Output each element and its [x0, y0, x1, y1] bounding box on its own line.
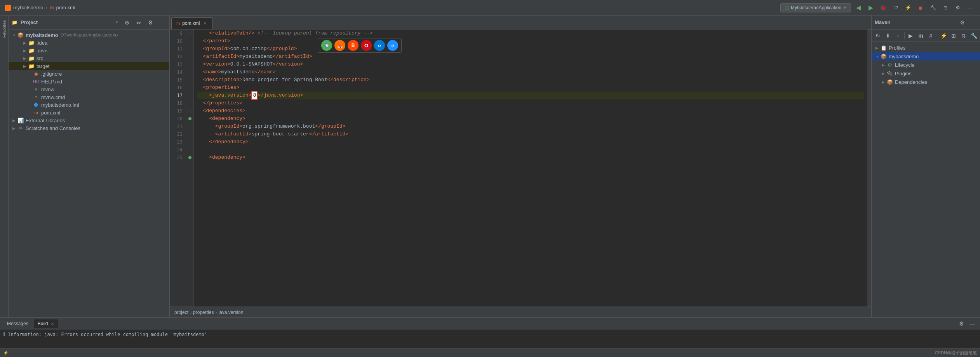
maven-settings-button[interactable]: ⚙ — [957, 18, 967, 27]
root-arrow: ▾ — [12, 33, 16, 37]
tree-item-src[interactable]: ▶ 📁 src — [9, 54, 169, 62]
ln-23: 23 — [170, 138, 186, 146]
gitignore-icon: ◉ — [33, 71, 40, 77]
bottom-tab-messages[interactable]: Messages — [3, 319, 32, 328]
tree-item-idea[interactable]: ▶ 📁 .idea — [9, 39, 169, 47]
firefox-icon[interactable]: 🦊 — [334, 40, 345, 51]
code-line-15: <description>Demo project for Spring Boo… — [197, 76, 864, 84]
maven-close-button[interactable]: — — [968, 18, 977, 27]
ie-icon[interactable]: e — [387, 40, 398, 51]
g-16: ◁ — [186, 84, 193, 92]
tree-item-mvn[interactable]: ▶ 📁 .mvn — [9, 47, 169, 54]
info-icon: ℹ — [3, 331, 5, 337]
maven-dependencies[interactable]: ▶ 📦 Dependencies — [872, 78, 980, 86]
breadcrumb-properties: properties — [193, 310, 214, 315]
maven-wrench-button[interactable]: 🔧 — [969, 31, 978, 40]
code-line-24 — [197, 146, 864, 154]
maven-download-button[interactable]: ⬇ — [883, 31, 893, 40]
tree-root[interactable]: ▾ 📦 mybaitsdemo D:\workspace\mybaitsdemo — [9, 31, 169, 39]
stop-button[interactable]: ◼ — [916, 3, 926, 13]
maven-arrows-button[interactable]: ⇅ — [959, 31, 968, 40]
title-file-icon: m — [50, 5, 54, 10]
edge-icon[interactable]: e — [374, 40, 385, 51]
tree-item-pom[interactable]: m pom.xml — [9, 109, 169, 116]
maven-add-button[interactable]: + — [893, 31, 903, 40]
lifecycle-label: Lifecycle — [895, 62, 915, 68]
app-logo — [5, 5, 11, 11]
pom-file-icon: m — [33, 109, 40, 116]
opera-icon[interactable]: O — [361, 40, 372, 51]
debug-button[interactable]: 🐞 — [878, 3, 888, 13]
tree-item-target[interactable]: ▶ 📁 target — [9, 62, 169, 70]
tree-item-helpmd[interactable]: HD HELP.md — [9, 78, 169, 85]
g-9: ◁ — [186, 29, 193, 37]
chrome-icon[interactable] — [321, 40, 332, 51]
tree-item-mvnwcmd[interactable]: ≡ mvnw.cmd — [9, 93, 169, 101]
tree-item-scratches[interactable]: ▶ ✏ Scratches and Consoles — [9, 124, 169, 132]
tree-item-ext-libs[interactable]: ▶ 📊 External Libraries — [9, 116, 169, 124]
tab-pom-xml[interactable]: m pom.xml ✕ — [171, 17, 213, 29]
profiles-arrow: ▶ — [875, 46, 879, 50]
g-23 — [186, 138, 193, 146]
g-24 — [186, 146, 193, 154]
maven-refresh-button[interactable]: ↻ — [873, 31, 883, 40]
project-settings-button[interactable]: ⚙ — [146, 18, 155, 27]
maven-cols-button[interactable]: ⊞ — [949, 31, 958, 40]
maven-plugins[interactable]: ▶ 🔌 Plugins — [872, 69, 980, 78]
bottom-settings-btn[interactable]: ⚙ — [957, 319, 966, 328]
gutter: ◁ ◁ ◁ — [186, 29, 194, 307]
maven-root-icon: 📦 — [880, 53, 887, 59]
maven-lifecycle[interactable]: ▶ ⚙ Lifecycle — [872, 61, 980, 69]
maven-m-button[interactable]: m — [916, 31, 926, 40]
root-name: mybaitsdemo — [26, 32, 58, 38]
coverage-button[interactable]: 🛡 — [891, 3, 901, 13]
window-layout-button[interactable]: ⊟ — [940, 3, 950, 13]
g-18 — [186, 99, 193, 107]
tree-item-iml[interactable]: 🔷 mybaitsdemo.iml — [9, 101, 169, 109]
src-label: src — [37, 55, 43, 61]
favorites-label[interactable]: Favorites — [2, 20, 7, 38]
plugins-arrow: ▶ — [881, 71, 886, 76]
collapse-all-button[interactable]: ⇔ — [134, 18, 143, 27]
helpmd-icon: HD — [33, 78, 40, 85]
profile-button[interactable]: ⚡ — [903, 3, 913, 13]
g-10 — [186, 37, 193, 45]
project-close-button[interactable]: — — [158, 18, 166, 27]
ln-22: 22 — [170, 130, 186, 138]
brave-icon[interactable]: B — [348, 40, 359, 51]
dependencies-arrow: ▶ — [881, 80, 886, 84]
maven-profiles[interactable]: ▶ 📋 Profiles — [872, 43, 980, 52]
project-tree: ▾ 📦 mybaitsdemo D:\workspace\mybaitsdemo… — [9, 29, 169, 317]
tree-item-gitignore[interactable]: ◉ .gitignore — [9, 70, 169, 78]
bottom-close-btn[interactable]: — — [968, 319, 977, 328]
maven-run-button[interactable]: ▶ — [906, 31, 916, 40]
ln-25: 25 — [170, 154, 186, 161]
bottom-tab-build[interactable]: Build ✕ — [34, 319, 58, 328]
scope-button[interactable]: ⊕ — [123, 18, 131, 27]
editor-scrollbar[interactable] — [867, 29, 871, 307]
settings-button[interactable]: ⚙ — [953, 3, 963, 13]
ln-13: 13 — [170, 61, 186, 68]
code-editor[interactable]: <relativeP​ath/> <!-- lookup parent from… — [194, 29, 867, 307]
src-folder-icon: 📁 — [28, 55, 35, 61]
bottom-tabs: Messages Build ✕ ⚙ — — [0, 318, 980, 329]
maven-hash-button[interactable]: # — [926, 31, 936, 40]
g-11 — [186, 45, 193, 53]
maven-title: Maven — [875, 19, 957, 25]
navigate-back-button[interactable]: ◀ — [853, 3, 863, 13]
tree-item-mvnw[interactable]: ≡ mvnw — [9, 85, 169, 93]
mvn-arrow: ▶ — [23, 49, 27, 53]
breakpoint-dot-25 — [188, 156, 191, 159]
maven-panel: Maven ⚙ — ↻ ⬇ + ▶ m # ⚡ ⊞ ⇅ 🔧 — [871, 16, 980, 317]
tab-pom-icon: m — [176, 21, 180, 26]
build-button[interactable]: 🔨 — [928, 3, 938, 13]
run-config-selector[interactable]: ⬡ MybaitsdemoApplication ▼ — [780, 3, 851, 12]
maven-project-root[interactable]: ▾ 📦 mybaitsdemo — [872, 52, 980, 61]
build-tab-close[interactable]: ✕ — [51, 322, 54, 326]
minimize-button[interactable]: — — [965, 3, 975, 13]
target-folder-icon: 📁 — [28, 63, 35, 69]
maven-lightning-button[interactable]: ⚡ — [939, 31, 948, 40]
tab-close-button[interactable]: ✕ — [202, 21, 208, 26]
pom-label: pom.xml — [41, 110, 60, 116]
run-button[interactable]: ▶ — [866, 3, 876, 13]
